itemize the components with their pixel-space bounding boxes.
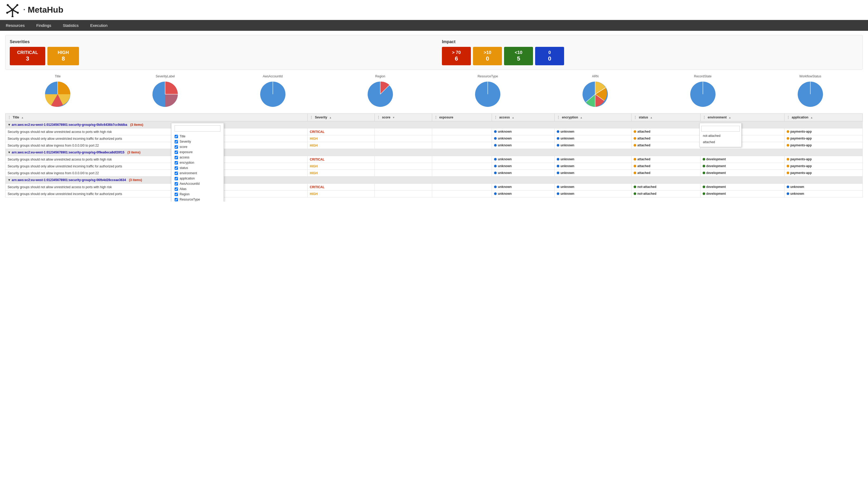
checkbox-awsaccountid[interactable] — [175, 182, 178, 185]
dot-access — [494, 185, 497, 188]
row-status: attached — [631, 135, 701, 142]
checkbox-title[interactable] — [175, 135, 178, 138]
nav-item-execution[interactable]: Execution — [84, 20, 113, 31]
severity-cards: CRITICAL 3 HIGH 8 — [10, 47, 426, 65]
row-score — [375, 156, 432, 163]
row-encryption: unknown — [555, 191, 631, 197]
dot-environment — [703, 158, 705, 160]
severity-card-high[interactable]: HIGH 8 — [47, 47, 79, 65]
th-environment[interactable]: ⋮ environment ▲ — [700, 114, 784, 121]
dropdown-item-status[interactable]: status — [175, 165, 221, 171]
header-row: ⋮ Title ▲ ⋮ Severity ▲ ⋮ score ▼ — [5, 114, 863, 121]
nav-item-resources[interactable]: Resources — [0, 20, 31, 31]
checkbox-alias[interactable] — [175, 187, 178, 191]
dot-encryption — [557, 144, 559, 147]
dropdown-item-exposure[interactable]: exposure — [175, 149, 221, 155]
dropdown-item-score[interactable]: score — [175, 144, 221, 149]
checkbox-region[interactable] — [175, 193, 178, 196]
row-exposure — [432, 184, 492, 191]
th-severity[interactable]: ⋮ Severity ▲ — [308, 114, 375, 121]
row-access: unknown — [492, 184, 555, 191]
dropdown-item-encryption[interactable]: encryption — [175, 160, 221, 165]
status-option-attached[interactable]: attached — [700, 139, 741, 145]
group-row-3[interactable]: ▼ arn:aws:ec2:eu-west-1:012345678901:sec… — [5, 177, 863, 184]
row-status: attached — [631, 163, 701, 170]
status-filter-popup: not-attached attached — [700, 123, 741, 147]
group-expand-icon-3[interactable]: ▼ — [8, 178, 12, 182]
row-application: payments-app — [784, 129, 863, 135]
row-encryption: unknown — [555, 163, 631, 170]
dropdown-item-alias[interactable]: Alias — [175, 186, 221, 192]
row-encryption: unknown — [555, 142, 631, 149]
impact-count-lt10: 5 — [509, 55, 528, 62]
group-row-2[interactable]: ▼ arn:aws:ec2:eu-west-1:012345678901:sec… — [5, 149, 863, 156]
dropdown-item-region[interactable]: Region — [175, 192, 221, 197]
checkbox-resourcetype[interactable] — [175, 198, 178, 201]
checkbox-exposure[interactable] — [175, 150, 178, 154]
th-access[interactable]: ⋮ access ▲ — [492, 114, 555, 121]
row-score — [375, 129, 432, 135]
checkbox-access[interactable] — [175, 156, 178, 159]
dot-status — [634, 185, 636, 188]
checkbox-status[interactable] — [175, 166, 178, 170]
row-environment: development — [700, 156, 784, 163]
sort-icon-encryption[interactable]: ▲ — [580, 116, 583, 119]
dropdown-item-environment[interactable]: environment — [175, 171, 221, 176]
group-arn-2[interactable]: ▼ arn:aws:ec2:eu-west-1:012345678901:sec… — [5, 149, 863, 156]
dot-environment — [703, 185, 705, 188]
impact-card-gt70[interactable]: > 70 6 — [442, 47, 471, 65]
group-arn-3[interactable]: ▼ arn:aws:ec2:eu-west-1:012345678901:sec… — [5, 177, 863, 184]
dropdown-item-awsaccountid[interactable]: AwsAccountId — [175, 181, 221, 186]
th-status[interactable]: ⋮ status ▲ — [631, 114, 701, 121]
sort-icon-severity[interactable]: ▲ — [329, 116, 332, 119]
th-score[interactable]: ⋮ score ▼ — [375, 114, 432, 121]
row-environment: development — [700, 184, 784, 191]
nav-item-statistics[interactable]: Statistics — [57, 20, 84, 31]
group-expand-icon-1[interactable]: ▼ — [8, 123, 12, 126]
row-status: attached — [631, 142, 701, 149]
th-encryption[interactable]: ⋮ encryption ▲ — [555, 114, 631, 121]
sort-icon-score[interactable]: ▼ — [392, 116, 395, 119]
dropdown-item-title[interactable]: Title — [175, 134, 221, 139]
checkbox-severity[interactable] — [175, 140, 178, 144]
dot-status — [634, 137, 636, 140]
dot-encryption — [557, 192, 559, 195]
row-severity: HIGH — [308, 191, 375, 197]
sort-icon-status[interactable]: ▲ — [650, 116, 653, 119]
impact-card-zero[interactable]: 0 0 — [535, 47, 564, 65]
impact-card-lt10[interactable]: <10 5 — [504, 47, 533, 65]
impact-range-gt70: > 70 — [447, 50, 466, 55]
dropdown-item-application[interactable]: application — [175, 176, 221, 181]
checkbox-score[interactable] — [175, 145, 178, 149]
sort-icon-application[interactable]: ▲ — [810, 116, 813, 119]
checkbox-encryption[interactable] — [175, 161, 178, 165]
checkbox-application[interactable] — [175, 177, 178, 180]
dropdown-item-access[interactable]: access — [175, 155, 221, 160]
severity-card-critical[interactable]: CRITICAL 3 — [10, 47, 45, 65]
sort-icon-environment[interactable]: ▲ — [729, 116, 731, 119]
dot-access — [494, 130, 497, 133]
group-expand-icon-2[interactable]: ▼ — [8, 150, 12, 154]
row-exposure — [432, 135, 492, 142]
chart-arn: ARN — [581, 74, 610, 109]
checkbox-environment[interactable] — [175, 172, 178, 175]
dropdown-item-severity[interactable]: Severity — [175, 139, 221, 144]
sort-icon-access[interactable]: ▲ — [512, 116, 514, 119]
sort-icon-title[interactable]: ▲ — [21, 116, 24, 119]
chart-title-label: Title — [55, 74, 61, 78]
dropdown-item-resourcetype[interactable]: ResourceType — [175, 197, 221, 202]
status-filter-input[interactable] — [701, 126, 740, 132]
nav-item-findings[interactable]: Findings — [31, 20, 57, 31]
row-score — [375, 135, 432, 142]
row-score — [375, 163, 432, 170]
th-title[interactable]: ⋮ Title ▲ — [5, 114, 308, 121]
impact-card-gt10[interactable]: >10 0 — [473, 47, 502, 65]
th-exposure[interactable]: ⋮ exposure — [432, 114, 492, 121]
status-option-not-attached[interactable]: not-attached — [700, 133, 741, 139]
row-title: Security groups should not allow unrestr… — [5, 184, 308, 191]
row-exposure — [432, 156, 492, 163]
th-application[interactable]: ⋮ application ▲ — [784, 114, 863, 121]
column-filter-search[interactable] — [175, 125, 221, 132]
dot-status — [634, 144, 636, 147]
row-exposure — [432, 129, 492, 135]
